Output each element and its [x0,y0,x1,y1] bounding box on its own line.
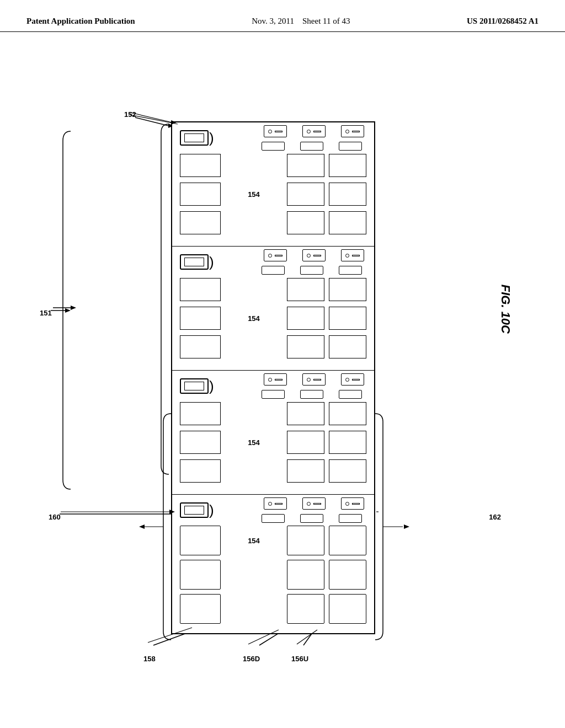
row-4-3 [172,592,374,626]
label-152: 152 [124,110,136,119]
svg-marker-28 [139,524,145,529]
monitor-icon-4c [339,497,366,523]
label-156D: 156D [243,655,260,663]
monitor-icon-3a [262,373,289,399]
row-2-1 [172,275,374,304]
label-151: 151 [40,309,52,317]
monitor-icon-3b [300,373,328,399]
svg-marker-22 [71,306,76,310]
monitor-icon-2a [262,249,289,275]
row-3-3 [172,457,374,485]
panel-section-1: ) [172,122,374,247]
figure-wrapper: FIG. 10C 151 152 160 162 158 156D 156U [28,39,524,678]
monitor-icon-1b [300,125,328,151]
figure-label: FIG. 10C [498,285,512,334]
monitor-icon-2b [300,249,328,275]
tablet-icon-4: ) [180,502,214,518]
monitor-icon-2c [339,249,366,275]
row-2-3 [172,333,374,361]
panel-section-3: ) [172,371,374,495]
monitor-icon-1c [339,125,366,151]
row-4-2 [172,558,374,592]
tablet-icon-3: ) [180,378,214,394]
icon-row-1: ) [172,122,374,151]
svg-line-11 [130,115,178,124]
monitor-icon-4a [262,497,289,523]
monitor-icon-1a [262,125,289,151]
svg-line-0 [135,117,168,126]
tablet-icon-1: ) [180,130,214,146]
header-center: Nov. 3, 2011 Sheet 11 of 43 [252,15,350,27]
tablet-icon-2: ) [180,254,214,270]
panel-section-2: ) [172,247,374,371]
label-162: 162 [489,513,501,521]
label-156U: 156U [291,655,308,663]
row-1-2: 154 [172,180,374,208]
header-patent-number: US 2011/0268452 A1 [467,15,539,27]
icon-row-2: ) [172,247,374,275]
svg-marker-26 [404,524,409,529]
label-160: 160 [49,513,61,521]
header-date: Nov. 3, 2011 [252,17,294,25]
svg-marker-3 [65,308,71,313]
monitor-icon-3c [339,373,366,399]
panel-section-4: ) [172,495,374,635]
icon-row-4: ) [172,495,374,523]
header-sheet: Sheet 11 of 43 [302,17,350,25]
row-2-2: 154 [172,304,374,333]
row-1-1 [172,151,374,180]
row-1-3 [172,208,374,237]
row-4-1: 154 [172,523,374,558]
row-3-2: 154 [172,428,374,457]
page-header: Patent Application Publication Nov. 3, 2… [0,0,565,32]
monitor-icon-4b [300,497,328,523]
label-158: 158 [143,655,156,663]
row-3-1 [172,399,374,428]
main-diagram-box: ) [171,121,375,634]
icon-row-3: ) [172,371,374,399]
header-publication-title: Patent Application Publication [26,15,135,27]
svg-line-23 [130,113,172,122]
